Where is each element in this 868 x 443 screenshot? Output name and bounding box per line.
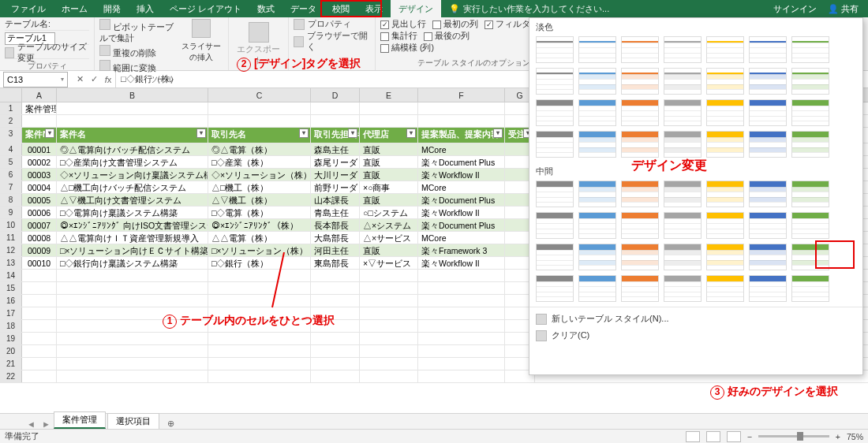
table-header-cell[interactable]: 案件No▾ <box>22 128 57 143</box>
style-thumb[interactable] <box>621 131 659 158</box>
cell[interactable]: 00001 <box>22 143 57 155</box>
cell[interactable] <box>57 115 208 127</box>
tab-design[interactable]: デザイン <box>391 0 441 17</box>
convert-to-range[interactable]: 範囲に変換 <box>113 63 156 73</box>
style-thumb[interactable] <box>664 275 702 302</box>
cell[interactable]: △×システム <box>360 219 418 231</box>
cell[interactable] <box>22 115 57 127</box>
row-head[interactable]: 19 <box>0 333 22 344</box>
cell[interactable] <box>57 307 208 319</box>
cell[interactable]: 00008 <box>22 232 57 244</box>
cell[interactable] <box>208 295 311 307</box>
style-thumb[interactable] <box>621 275 659 302</box>
style-thumb[interactable] <box>536 212 574 239</box>
cell[interactable]: 大川リーダ <box>311 169 360 181</box>
cell[interactable]: 直販 <box>360 194 418 206</box>
cell[interactable]: ○□システム <box>360 207 418 218</box>
style-thumb[interactable] <box>706 99 744 126</box>
cell[interactable]: 00002 <box>22 156 57 168</box>
table-header-cell[interactable]: 取引先名▾ <box>208 128 311 143</box>
row-head[interactable]: 8 <box>0 194 22 206</box>
style-thumb[interactable] <box>749 212 787 239</box>
cell[interactable] <box>57 295 208 307</box>
cell[interactable] <box>311 270 360 281</box>
style-thumb[interactable] <box>749 244 787 270</box>
view-page-break-icon[interactable] <box>727 431 741 442</box>
tab-insert[interactable]: 挿入 <box>129 0 162 17</box>
style-thumb[interactable] <box>664 212 702 239</box>
style-thumb[interactable] <box>749 36 787 63</box>
cell[interactable]: 青島主任 <box>311 207 360 218</box>
cell[interactable]: 直販 <box>360 244 418 256</box>
cell[interactable]: □×ソリューション（株） <box>208 244 311 256</box>
cell[interactable]: ×○商事 <box>360 181 418 193</box>
cell[interactable] <box>418 102 505 114</box>
extdata-properties[interactable]: プロパティ <box>308 19 351 30</box>
style-thumb[interactable] <box>578 131 616 158</box>
opt-banded-rows[interactable]: 縞模様 (列) <box>380 43 434 54</box>
cell[interactable] <box>311 320 360 332</box>
style-thumb[interactable] <box>536 181 574 207</box>
cell[interactable]: □◇銀行向け稟議システム構築 <box>57 257 208 269</box>
signin-link[interactable]: サインイン <box>773 3 817 15</box>
cell[interactable]: ◎△電算（株） <box>208 143 311 155</box>
cell[interactable]: □◇産業（株） <box>208 156 311 168</box>
cell[interactable]: 楽々Framework 3 <box>418 244 505 256</box>
cell[interactable] <box>208 307 311 319</box>
cell[interactable] <box>22 370 57 382</box>
style-thumb[interactable] <box>664 131 702 158</box>
tab-formulas[interactable]: 数式 <box>249 0 282 17</box>
cell[interactable]: △▽機工（株） <box>208 194 311 206</box>
cell[interactable]: □◇産業向け文書管理システム <box>57 156 208 168</box>
table-header-cell[interactable]: 案件名▾ <box>57 128 208 143</box>
cell[interactable] <box>208 320 311 332</box>
col-head-C[interactable]: C <box>208 88 311 102</box>
table-header-cell[interactable]: 取引先担当者▾ <box>311 128 360 143</box>
row-head[interactable]: 5 <box>0 156 22 168</box>
style-thumb[interactable] <box>664 244 702 270</box>
cell[interactable]: △▽機工向け文書管理システム <box>57 194 208 206</box>
row-head[interactable]: 6 <box>0 169 22 181</box>
filter-dropdown-icon[interactable]: ▾ <box>45 128 54 138</box>
row-head[interactable]: 21 <box>0 358 22 370</box>
style-thumb[interactable] <box>749 68 787 95</box>
style-thumb[interactable] <box>749 181 787 207</box>
cell[interactable] <box>360 270 418 281</box>
cell[interactable]: ◎△電算向けバッチ配信システム <box>57 143 208 155</box>
cell[interactable]: △×サービス <box>360 232 418 244</box>
sheet-tab-0[interactable]: 案件管理 <box>54 411 106 429</box>
sheet-tab-1[interactable]: 選択項目 <box>107 413 159 429</box>
cell[interactable]: MCore <box>418 232 505 244</box>
style-thumb[interactable] <box>706 275 744 302</box>
cell[interactable] <box>311 295 360 307</box>
cell[interactable] <box>311 115 360 127</box>
cell[interactable]: △△電算（株） <box>208 232 311 244</box>
cell[interactable] <box>57 282 208 294</box>
cell[interactable]: 東島部長 <box>311 257 360 269</box>
cell[interactable] <box>360 370 418 382</box>
cell[interactable]: 00004 <box>22 181 57 193</box>
cell[interactable]: ◎×ｴﾝｼﾞﾆｱﾘﾝｸﾞ 向けISO文書管理システム <box>57 219 208 231</box>
view-normal-icon[interactable] <box>686 431 700 442</box>
cell[interactable] <box>57 370 208 382</box>
cell[interactable] <box>311 102 360 114</box>
cell[interactable]: 大島部長 <box>311 232 360 244</box>
style-thumb[interactable] <box>706 181 744 207</box>
cell[interactable]: □×ソリューション向けＥＣサイト構築 <box>57 244 208 256</box>
row-head[interactable]: 1 <box>0 102 22 114</box>
style-thumb[interactable] <box>621 181 659 207</box>
row-head[interactable]: 14 <box>0 270 22 281</box>
cell[interactable] <box>418 282 505 294</box>
cell[interactable] <box>57 320 208 332</box>
select-all-corner[interactable] <box>0 88 22 102</box>
opt-first-col[interactable]: 最初の列 <box>432 19 478 30</box>
style-thumb[interactable] <box>791 181 829 207</box>
row-head[interactable]: 9 <box>0 207 22 218</box>
style-thumb[interactable] <box>536 99 574 126</box>
opt-last-col[interactable]: 最後の列 <box>424 31 470 42</box>
name-box[interactable]: C13▾ <box>3 72 68 87</box>
cell[interactable]: 直販 <box>360 156 418 168</box>
export-button[interactable]: エクスポート <box>234 44 283 66</box>
cell[interactable] <box>208 282 311 294</box>
cell[interactable] <box>418 345 505 357</box>
